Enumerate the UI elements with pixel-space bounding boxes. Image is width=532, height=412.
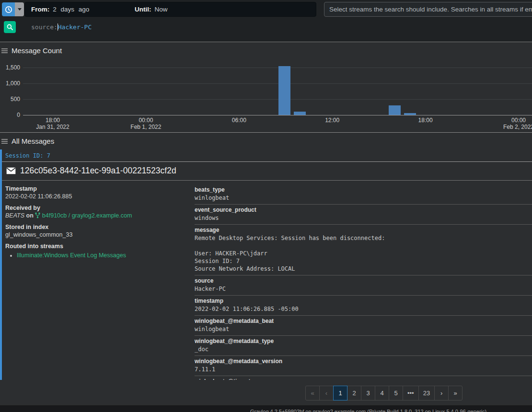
message-field: messageRemote Desktop Services: Session … bbox=[195, 225, 532, 275]
message-count-widget: Message Count 05001,0001,50018:00Jan 31,… bbox=[0, 43, 532, 133]
x-tick-label: 18:00 bbox=[418, 117, 433, 124]
search-bar: From: 2 days ago Until: Now Select strea… bbox=[0, 0, 532, 42]
message-block: Session ID: 7 126c05e3-8442-11ec-99a1-00… bbox=[0, 149, 532, 380]
time-range-until[interactable]: Until: Now bbox=[135, 6, 168, 13]
time-range-from[interactable]: From: 2 days ago bbox=[31, 6, 89, 13]
received-by-label: Received by bbox=[5, 205, 195, 211]
clock-icon bbox=[5, 6, 12, 13]
page-button-current[interactable]: 1 bbox=[333, 386, 347, 401]
received-by-value: BEATS on b4f910cb / graylog2.example.com bbox=[5, 212, 195, 219]
node-link[interactable]: b4f910cb / graylog2.example.com bbox=[42, 212, 132, 219]
page-button[interactable]: ‹ bbox=[319, 386, 334, 401]
message-field: winlogbeat_@timestamp bbox=[195, 376, 532, 380]
from-label: From: bbox=[31, 6, 49, 13]
input-name: BEATS bbox=[5, 212, 24, 219]
field-value: winlogbeat bbox=[195, 194, 532, 202]
message-field: winlogbeat_@metadata_type_doc bbox=[195, 336, 532, 356]
query-value: Hacker-PC bbox=[58, 23, 92, 31]
field-name[interactable]: winlogbeat_@metadata_beat bbox=[195, 318, 532, 324]
y-tick-label: 500 bbox=[0, 96, 20, 103]
y-tick-label: 1,500 bbox=[0, 64, 20, 71]
gridline bbox=[23, 68, 532, 68]
message-field: beats_typewinlogbeat bbox=[195, 184, 532, 205]
field-name[interactable]: event_source_product bbox=[195, 206, 532, 213]
caret-down-icon bbox=[18, 8, 22, 11]
search-button[interactable] bbox=[4, 21, 16, 33]
until-label: Until: bbox=[135, 6, 151, 13]
message-detail-columns: Timestamp 2022-02-02 11:06:26.885 Receiv… bbox=[2, 181, 532, 380]
page-button[interactable]: 4 bbox=[375, 386, 389, 401]
gridline bbox=[23, 99, 532, 100]
page-button[interactable]: » bbox=[448, 386, 463, 401]
search-query-input[interactable]: source: Hacker-PC bbox=[31, 21, 92, 33]
time-range-input[interactable]: From: 2 days ago Until: Now bbox=[24, 2, 316, 17]
until-value[interactable]: Now bbox=[155, 6, 168, 13]
page-button[interactable]: 5 bbox=[389, 386, 403, 401]
page-button[interactable]: « bbox=[305, 386, 320, 401]
field-name[interactable]: winlogbeat_@timestamp bbox=[195, 378, 532, 380]
stream-link[interactable]: Illuminate:Windows Event Log Messages bbox=[17, 252, 126, 259]
field-value: windows bbox=[195, 214, 532, 222]
page-button[interactable]: 3 bbox=[361, 386, 375, 401]
histogram-bar[interactable] bbox=[404, 113, 416, 115]
message-field: winlogbeat_@metadata_beatwinlogbeat bbox=[195, 316, 532, 336]
time-range-dropdown-button[interactable] bbox=[15, 2, 24, 16]
field-value: winlogbeat bbox=[195, 325, 532, 333]
x-tick-label: 12:00 bbox=[325, 117, 339, 124]
histogram-bar[interactable] bbox=[278, 66, 290, 115]
field-value: 7.11.1 bbox=[195, 366, 532, 373]
field-name[interactable]: winlogbeat_@metadata_version bbox=[195, 358, 532, 365]
x-axis-line bbox=[23, 115, 532, 115]
field-value: _doc bbox=[195, 345, 532, 353]
from-value[interactable]: 2 days ago bbox=[53, 6, 89, 13]
message-field: winlogbeat_@metadata_version7.11.1 bbox=[195, 356, 532, 376]
histogram-bar[interactable] bbox=[294, 112, 306, 115]
stream-list-item: Illuminate:Windows Event Log Messages bbox=[17, 252, 195, 260]
widget-title: Message Count bbox=[12, 46, 62, 55]
timestamp-label: Timestamp bbox=[5, 185, 195, 192]
x-tick-label: 06:00 bbox=[232, 117, 246, 124]
page-button[interactable]: ••• bbox=[403, 386, 419, 401]
field-name[interactable]: source bbox=[195, 277, 532, 284]
x-tick-label: 00:00Feb 2, 2022 bbox=[503, 117, 532, 130]
timestamp-value: 2022-02-02 11:06:26.885 bbox=[5, 193, 195, 200]
message-field: event_source_productwindows bbox=[195, 205, 532, 225]
query-prefix: source: bbox=[31, 23, 58, 31]
stream-select-input[interactable]: Select streams the search should include… bbox=[324, 2, 532, 17]
page-button[interactable]: › bbox=[434, 386, 449, 401]
footer-version-text: Graylog 4.2.5+59802bf on graylog2.exampl… bbox=[250, 409, 486, 412]
page-button[interactable]: 23 bbox=[418, 386, 435, 401]
footer: Graylog 4.2.5+59802bf on graylog2.exampl… bbox=[0, 405, 532, 412]
drag-handle-icon[interactable] bbox=[1, 139, 8, 144]
time-range-button[interactable] bbox=[2, 2, 15, 16]
field-name[interactable]: timestamp bbox=[195, 298, 532, 304]
x-tick-label: 00:00Feb 1, 2022 bbox=[130, 117, 161, 130]
all-messages-header: All Messages bbox=[1, 137, 54, 145]
magnifier-icon bbox=[7, 24, 13, 30]
field-name[interactable]: winlogbeat_@metadata_type bbox=[195, 338, 532, 344]
message-detail-title[interactable]: 126c05e3-8442-11ec-99a1-00221523cf2d bbox=[2, 162, 532, 181]
gridline bbox=[23, 83, 532, 84]
message-field: timestamp2022-02-02 11:06:26.885 -05:00 bbox=[195, 296, 532, 316]
message-row-summary[interactable]: Session ID: 7 bbox=[2, 149, 532, 162]
page-button[interactable]: 2 bbox=[347, 386, 361, 401]
all-messages-widget: All Messages Session ID: 7 126c05e3-8442… bbox=[0, 133, 532, 405]
message-field: sourceHacker-PC bbox=[195, 275, 532, 296]
time-range-button-group bbox=[2, 2, 24, 16]
streams-list: Illuminate:Windows Event Log Messages bbox=[17, 252, 195, 260]
on-word: on bbox=[26, 212, 34, 219]
histogram-plot: 05001,0001,50018:00Jan 31, 202200:00Feb … bbox=[0, 43, 532, 132]
field-value: Hacker-PC bbox=[195, 285, 532, 293]
message-count-header: Message Count bbox=[1, 46, 62, 55]
stored-index-value: gl_windows_common_33 bbox=[5, 231, 195, 238]
y-tick-label: 0 bbox=[0, 112, 20, 118]
field-name[interactable]: message bbox=[195, 227, 532, 233]
message-meta-column: Timestamp 2022-02-02 11:06:26.885 Receiv… bbox=[2, 184, 195, 380]
message-detail: 126c05e3-8442-11ec-99a1-00221523cf2d Tim… bbox=[2, 162, 532, 380]
field-value: Remote Desktop Services: Session has bee… bbox=[195, 234, 532, 273]
histogram-bar[interactable] bbox=[389, 105, 401, 115]
drag-handle-icon[interactable] bbox=[1, 48, 8, 54]
y-tick-label: 1,000 bbox=[0, 80, 20, 87]
field-name[interactable]: beats_type bbox=[195, 186, 532, 193]
routed-streams-value: Illuminate:Windows Event Log Messages bbox=[5, 252, 195, 260]
